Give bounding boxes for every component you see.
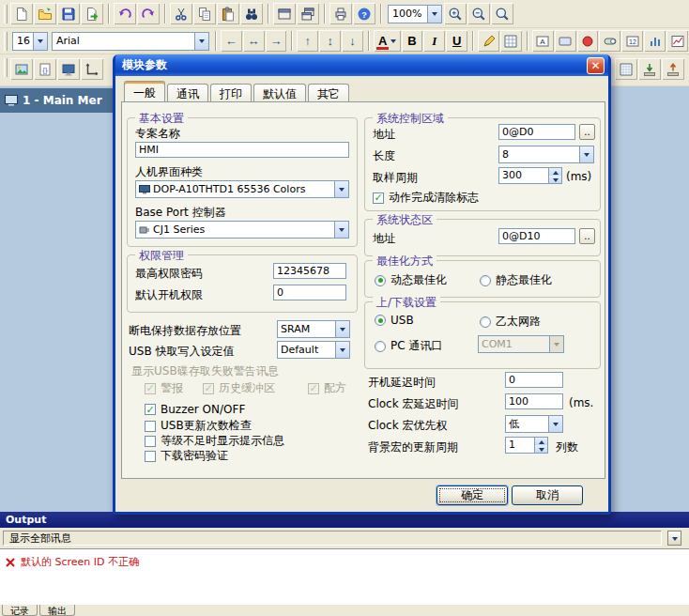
clear-flag-checkbox[interactable]: 动作完成清除标志: [373, 190, 479, 206]
italic-button[interactable]: I: [423, 30, 445, 52]
upload-button[interactable]: [662, 58, 684, 80]
grid-button[interactable]: [500, 30, 522, 52]
download-button[interactable]: [638, 58, 661, 80]
switch-element-button[interactable]: [599, 30, 620, 52]
export-button[interactable]: [81, 3, 103, 24]
chevron-down-icon[interactable]: [33, 33, 47, 50]
status-address-browse-button[interactable]: ..: [579, 228, 595, 244]
chevron-down-icon[interactable]: [427, 6, 441, 23]
chevron-down-icon[interactable]: [335, 342, 349, 358]
bold-button[interactable]: B: [402, 30, 423, 52]
screen-button[interactable]: [57, 58, 80, 80]
toolbar-grip[interactable]: [4, 58, 8, 77]
open-button[interactable]: [34, 3, 56, 24]
tab-log[interactable]: 记录: [2, 605, 38, 616]
spin-down-icon[interactable]: [549, 176, 561, 183]
chevron-down-icon[interactable]: [579, 146, 593, 162]
font-size-select[interactable]: 16: [12, 32, 48, 51]
new-button[interactable]: [10, 3, 33, 24]
buzzer-checkbox[interactable]: Buzzer ON/OFF: [145, 403, 245, 416]
tab-other[interactable]: 其它: [308, 84, 349, 101]
base-port-select[interactable]: CJ1 Series: [135, 221, 349, 239]
origin-button[interactable]: [81, 58, 103, 80]
boot-level-input[interactable]: [273, 285, 346, 300]
output-filter-dropdown[interactable]: [667, 531, 681, 546]
chevron-down-icon[interactable]: [334, 222, 348, 238]
move-vertical-button[interactable]: ↕: [319, 30, 341, 52]
zoom-out-button[interactable]: [467, 3, 490, 24]
trend-element-button[interactable]: [666, 30, 688, 52]
lamp-element-button[interactable]: [577, 30, 599, 52]
redo-button[interactable]: [137, 3, 160, 24]
output-message-list[interactable]: 默认的 Screen ID 不正确: [0, 548, 689, 605]
level-message-checkbox[interactable]: 等级不足时显示提示信息: [145, 433, 284, 449]
cascade-windows-button[interactable]: [297, 3, 319, 24]
cancel-button[interactable]: 取消: [512, 485, 583, 505]
pc-com-radio[interactable]: PC 通讯口: [375, 338, 442, 354]
toolbar-grip[interactable]: [4, 5, 8, 23]
move-left-button[interactable]: ←: [221, 30, 242, 52]
dialog-title-bar[interactable]: 模块参数 ✕: [115, 54, 608, 76]
clock-delay-input[interactable]: [505, 393, 563, 409]
dynamic-optimization-radio[interactable]: 动态最佳化: [375, 272, 447, 288]
move-horizontal-button[interactable]: ↔: [243, 30, 265, 52]
sample-period-spinner[interactable]: 300: [498, 167, 562, 184]
storage-location-select[interactable]: SRAM: [277, 320, 350, 338]
button-element-button[interactable]: [555, 30, 576, 52]
grid-toggle-button[interactable]: [615, 58, 637, 80]
tab-general[interactable]: 一般: [124, 81, 165, 101]
paste-button[interactable]: [217, 3, 239, 24]
move-right-button[interactable]: →: [266, 30, 287, 52]
usb-radio[interactable]: USB: [375, 314, 414, 327]
ethernet-radio[interactable]: 乙太网路: [480, 314, 541, 330]
cut-button[interactable]: [170, 3, 192, 24]
clock-priority-select[interactable]: 低: [505, 415, 563, 433]
save-button[interactable]: [57, 3, 80, 24]
tab-communication[interactable]: 通讯: [167, 84, 208, 101]
status-address-input[interactable]: [498, 228, 575, 244]
boot-delay-input[interactable]: [505, 372, 563, 388]
spin-up-icon[interactable]: [535, 438, 547, 445]
chevron-down-icon[interactable]: [335, 321, 349, 337]
copy-button[interactable]: [193, 3, 216, 24]
hmi-type-select[interactable]: DOP-A10THTD1 65536 Colors: [135, 180, 349, 198]
underline-button[interactable]: U: [446, 30, 467, 52]
usb-update-check-checkbox[interactable]: USB更新次数检查: [145, 418, 252, 434]
macro-button[interactable]: {}: [34, 58, 56, 80]
pencil-button[interactable]: [478, 30, 499, 52]
undo-button[interactable]: [114, 3, 136, 24]
move-up-button[interactable]: ↑: [297, 30, 318, 52]
download-password-checkbox[interactable]: 下载密码验证: [145, 448, 228, 464]
close-button[interactable]: ✕: [587, 57, 605, 74]
control-address-browse-button[interactable]: ..: [579, 124, 595, 140]
spin-down-icon[interactable]: [535, 445, 547, 453]
chevron-down-icon[interactable]: [334, 181, 348, 197]
usb-cache-select[interactable]: Default: [277, 341, 350, 359]
control-length-select[interactable]: 8: [498, 146, 594, 163]
output-error-row[interactable]: 默认的 Screen ID 不正确: [0, 549, 689, 569]
static-optimization-radio[interactable]: 静态最佳化: [480, 272, 552, 288]
project-name-input[interactable]: [135, 142, 349, 158]
toolbar-grip[interactable]: [4, 32, 8, 51]
zoom-in-button[interactable]: [444, 3, 467, 24]
chevron-down-icon[interactable]: [548, 416, 562, 432]
zoom-select[interactable]: 100%: [388, 5, 442, 23]
image-button[interactable]: [10, 58, 33, 80]
numeric-element-button[interactable]: 12: [621, 30, 643, 52]
find-button[interactable]: [240, 3, 263, 24]
spin-up-icon[interactable]: [549, 168, 561, 176]
help-button[interactable]: ?: [353, 3, 375, 24]
tab-default[interactable]: 默认值: [253, 84, 306, 101]
max-password-input[interactable]: [273, 263, 346, 279]
window-button[interactable]: [273, 3, 296, 24]
zoom-fit-button[interactable]: [491, 3, 513, 24]
font-color-button[interactable]: A: [374, 30, 401, 52]
text-element-button[interactable]: A: [532, 30, 554, 52]
bg-macro-spinner[interactable]: 1: [505, 437, 548, 454]
move-down-button[interactable]: ↓: [342, 30, 363, 52]
control-address-input[interactable]: [498, 124, 575, 140]
chevron-down-icon[interactable]: [194, 33, 208, 50]
screen-tab-main-menu[interactable]: 1 - Main Mer: [0, 88, 114, 113]
ok-button[interactable]: 确定: [436, 485, 508, 505]
output-filter-select[interactable]: 显示全部讯息: [3, 531, 662, 546]
